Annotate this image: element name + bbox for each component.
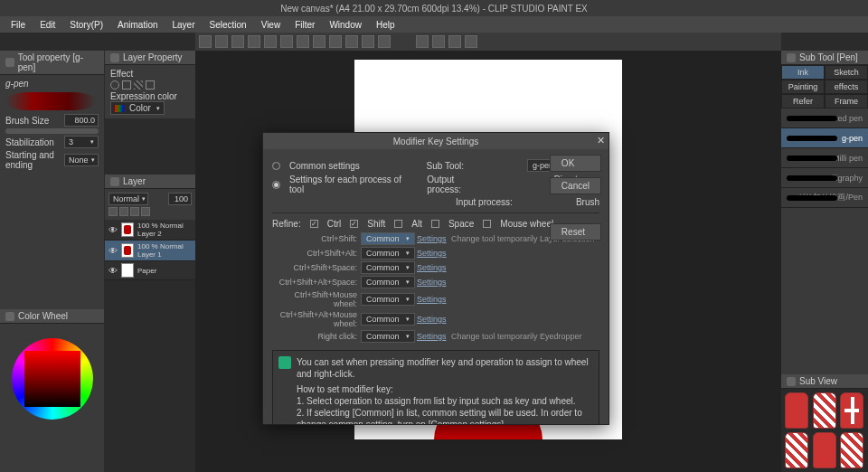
- left-panels: Tool property [g-pen] g-pen Brush Size 8…: [0, 51, 104, 472]
- snap-icon[interactable]: [448, 35, 461, 48]
- transform-icon[interactable]: [313, 35, 326, 48]
- menu-animation[interactable]: Animation: [110, 18, 165, 32]
- ref-icon[interactable]: [130, 207, 139, 216]
- mod-row-settings[interactable]: Settings: [417, 263, 448, 272]
- menu-window[interactable]: Window: [322, 18, 369, 32]
- eye-icon[interactable]: 👁: [108, 266, 118, 276]
- color-wheel[interactable]: [12, 338, 93, 420]
- eye-icon[interactable]: 👁: [108, 246, 118, 256]
- expression-dropdown[interactable]: Color: [110, 101, 165, 115]
- tab-frame[interactable]: Frame: [825, 94, 868, 109]
- mod-row-settings[interactable]: Settings: [417, 332, 448, 341]
- brush-preview: [5, 92, 96, 110]
- mod-row-dropdown[interactable]: Common: [361, 330, 415, 343]
- menu-filter[interactable]: Filter: [288, 18, 322, 32]
- move-icon[interactable]: [329, 35, 342, 48]
- mod-row-dropdown[interactable]: Common: [361, 313, 415, 326]
- subtool-header[interactable]: Sub Tool [Pen]: [781, 51, 868, 65]
- layer-item[interactable]: 👁 100 % Normal Layer 2: [105, 220, 195, 241]
- main-menu: File Edit Story(P) Animation Layer Selec…: [0, 16, 868, 33]
- ok-button[interactable]: OK: [550, 155, 601, 172]
- mod-row-settings[interactable]: Settings: [417, 249, 448, 258]
- brush-size-slider[interactable]: [5, 128, 99, 134]
- mod-row-settings[interactable]: Settings: [417, 295, 448, 304]
- mod-row-dropdown[interactable]: Common: [361, 247, 415, 260]
- mod-row-settings[interactable]: Settings: [417, 278, 448, 287]
- draft-icon[interactable]: [141, 207, 150, 216]
- menu-story[interactable]: Story(P): [62, 18, 110, 32]
- delete-icon[interactable]: [280, 35, 293, 48]
- subview-header[interactable]: Sub View: [781, 374, 868, 389]
- layer-item[interactable]: 👁 100 % Normal Layer 1: [105, 241, 195, 261]
- mod-row-dropdown[interactable]: Common: [361, 293, 415, 306]
- subtool-item[interactable]: Milli pen: [781, 148, 868, 168]
- close-icon[interactable]: ✕: [597, 135, 605, 146]
- menu-file[interactable]: File: [4, 18, 33, 32]
- subtool-item[interactable]: Calligraphy: [781, 168, 868, 188]
- layer-property-header[interactable]: Layer Property: [105, 51, 195, 65]
- menu-help[interactable]: Help: [369, 18, 402, 32]
- start-end-dropdown[interactable]: None: [64, 154, 99, 166]
- extract-effect-icon[interactable]: [146, 80, 155, 90]
- ctrl-checkbox[interactable]: ✓: [310, 220, 318, 228]
- settings-icon[interactable]: [465, 35, 477, 48]
- wheel-checkbox[interactable]: [483, 220, 491, 228]
- tab-painting[interactable]: Painting: [781, 80, 825, 94]
- tool-property-header[interactable]: Tool property [g-pen]: [0, 51, 104, 75]
- layer-item[interactable]: 👁 Paper: [105, 261, 195, 280]
- lock-icon[interactable]: [108, 207, 118, 216]
- tab-sketch[interactable]: Sketch: [825, 65, 868, 80]
- common-settings-label: Common settings: [289, 161, 360, 171]
- subtool-item[interactable]: ガサ加サ線画/Pen: [781, 188, 868, 208]
- grid-icon[interactable]: [432, 35, 445, 48]
- menu-edit[interactable]: Edit: [33, 18, 62, 32]
- new-icon[interactable]: [199, 35, 212, 48]
- border-effect-icon[interactable]: [110, 80, 119, 90]
- menu-selection[interactable]: Selection: [203, 18, 254, 32]
- blend-mode-dropdown[interactable]: Normal: [108, 193, 148, 205]
- tab-refer[interactable]: Refer: [781, 94, 825, 109]
- stabilization-label: Stabilization: [5, 137, 54, 147]
- subtool-item[interactable]: Textured pen: [781, 109, 868, 128]
- rotate-icon[interactable]: [362, 35, 374, 48]
- common-settings-radio[interactable]: [272, 162, 280, 170]
- open-icon[interactable]: [215, 35, 228, 48]
- eye-icon[interactable]: 👁: [108, 225, 118, 235]
- nail-thumb: [840, 392, 863, 429]
- mod-row-dropdown[interactable]: Common: [361, 232, 415, 245]
- select-icon[interactable]: [297, 35, 309, 48]
- layer-opacity-input[interactable]: 100: [168, 193, 192, 205]
- subview-grid[interactable]: [781, 389, 868, 472]
- alt-checkbox[interactable]: [394, 220, 402, 228]
- undo-icon[interactable]: [248, 35, 260, 48]
- tab-effects[interactable]: effects: [825, 80, 868, 94]
- zoom-icon[interactable]: [345, 35, 358, 48]
- color-wheel-header[interactable]: Color Wheel: [0, 309, 104, 324]
- menu-view[interactable]: View: [254, 18, 288, 32]
- stabilization-dropdown[interactable]: 3: [64, 136, 99, 148]
- mod-row-settings[interactable]: Settings: [417, 315, 448, 324]
- shift-checkbox[interactable]: ✓: [350, 220, 358, 228]
- menu-layer[interactable]: Layer: [165, 18, 203, 32]
- flip-icon[interactable]: [378, 35, 391, 48]
- dialog-titlebar[interactable]: Modifier Key Settings ✕: [263, 133, 609, 149]
- palette-icon: [5, 312, 14, 321]
- subtool-item[interactable]: g-pen: [781, 128, 868, 148]
- reset-button[interactable]: Reset: [550, 223, 601, 241]
- info-box: You can set when pressing modifier key a…: [272, 350, 599, 424]
- mod-row-dropdown[interactable]: Common: [361, 261, 415, 274]
- mod-row-settings[interactable]: Settings: [417, 234, 448, 243]
- per-tool-radio[interactable]: [272, 181, 280, 189]
- space-checkbox[interactable]: [431, 220, 439, 228]
- redo-icon[interactable]: [264, 35, 277, 48]
- layer-panel-header[interactable]: Layer: [105, 175, 195, 189]
- cancel-button[interactable]: Cancel: [550, 177, 601, 194]
- tone-effect-icon[interactable]: [122, 80, 131, 90]
- save-icon[interactable]: [231, 35, 244, 48]
- tab-ink[interactable]: Ink: [781, 65, 825, 80]
- clip-icon[interactable]: [119, 207, 128, 216]
- brush-size-input[interactable]: 800.0: [64, 114, 99, 127]
- pattern-effect-icon[interactable]: [134, 80, 143, 90]
- mod-row-dropdown[interactable]: Common: [361, 276, 415, 288]
- ruler-icon[interactable]: [416, 35, 429, 48]
